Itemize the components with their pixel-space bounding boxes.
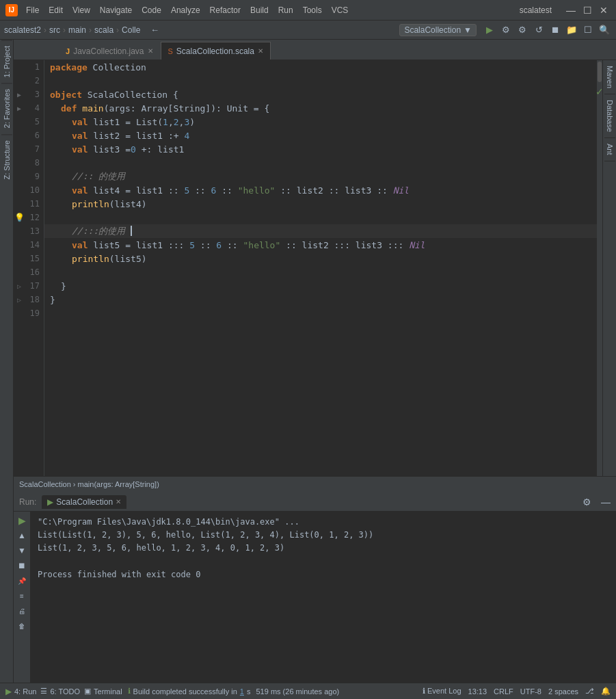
maven-panel[interactable]: Maven — [604, 60, 615, 94]
editor-container: J JavaCollection.java ✕ S ScalaCollectio… — [14, 40, 616, 683]
editor-breadcrumb: ScalaCollection › main(args: Array[Strin… — [14, 476, 616, 491]
breadcrumb-sep-2: › — [63, 25, 66, 35]
breadcrumb-colle[interactable]: Colle — [122, 25, 140, 35]
tab-java-close[interactable]: ✕ — [148, 47, 153, 55]
breadcrumb-main[interactable]: main — [68, 25, 86, 35]
right-panel: Maven Database Ant — [602, 60, 616, 476]
run-tab-icon: ▶ — [47, 497, 53, 507]
layout-button[interactable]: ☐ — [580, 23, 595, 38]
file-manager-button[interactable]: 📁 — [564, 23, 579, 38]
breadcrumb-sep-4: › — [116, 25, 119, 35]
stop-run-button[interactable]: ⏹ — [16, 559, 28, 572]
breadcrumb-scala[interactable]: scala — [94, 25, 113, 35]
status-encoding[interactable]: UTF-8 — [520, 687, 541, 696]
code-line-1: package Collection — [44, 60, 597, 74]
scroll-thumb[interactable] — [598, 62, 602, 82]
wrap-output-button[interactable]: ≡ — [16, 590, 28, 602]
output-line-1: "C:\Program Files\Java\jdk1.8.0_144\bin\… — [38, 516, 609, 529]
debug-button[interactable]: ⚙ — [515, 23, 530, 38]
breadcrumb-project[interactable]: scalatest2 — [4, 25, 41, 35]
tab-java-label: JavaCollection.java — [73, 47, 144, 56]
tab-java-collection[interactable]: J JavaCollection.java ✕ — [58, 42, 161, 60]
menu-refactor[interactable]: Refactor — [206, 4, 245, 16]
breadcrumb: scalatest2 › src › main › scala › Colle — [4, 25, 140, 35]
minimize-button[interactable]: — — [564, 3, 578, 17]
reload-button[interactable]: ↺ — [531, 23, 546, 38]
run-tab-label: ScalaCollection — [56, 497, 113, 507]
clear-output-button[interactable]: 🗑 — [16, 620, 28, 632]
breadcrumb-src[interactable]: src — [49, 25, 60, 35]
build-time-link[interactable]: 1 — [240, 687, 244, 696]
fold-marker-17[interactable]: ▷ — [15, 282, 23, 290]
line-8: 8 — [14, 156, 44, 170]
window-controls[interactable]: — ☐ ✕ — [564, 3, 611, 17]
status-left: ▶ 4: Run ☰ 6: TODO ▣ Terminal — [5, 687, 122, 696]
menu-code[interactable]: Code — [137, 4, 165, 16]
menu-run[interactable]: Run — [274, 4, 297, 16]
bulb-marker-12[interactable]: 💡 — [15, 213, 23, 222]
menu-build[interactable]: Build — [246, 4, 273, 16]
line-15: 15 — [14, 252, 44, 265]
menu-view[interactable]: View — [68, 4, 94, 16]
sidebar-item-structure[interactable]: Z: Structure — [1, 134, 12, 185]
menu-bar[interactable]: File Edit View Navigate Code Analyze Ref… — [22, 4, 352, 16]
code-line-16 — [44, 265, 597, 279]
stop-button[interactable]: ⏹ — [548, 23, 563, 38]
fold-marker-3[interactable]: ▶ — [15, 90, 23, 98]
maximize-button[interactable]: ☐ — [580, 3, 594, 17]
run-toolbar: ▶ ▲ ▼ ⏹ 📌 ≡ 🖨 🗑 — [14, 512, 31, 683]
output-line-5: Process finished with exit code 0 — [38, 568, 609, 581]
status-indent[interactable]: 2 spaces — [548, 687, 578, 696]
back-button[interactable]: ← — [147, 23, 162, 38]
run-settings-button[interactable]: ⚙ — [582, 497, 591, 507]
menu-navigate[interactable]: Navigate — [96, 4, 136, 16]
code-line-19 — [44, 306, 597, 320]
menu-file[interactable]: File — [22, 4, 43, 16]
close-button[interactable]: ✕ — [597, 3, 611, 17]
run-tab-close[interactable]: ✕ — [116, 498, 121, 505]
event-log-label: Event Log — [427, 687, 461, 695]
status-terminal-button[interactable]: ▣ Terminal — [84, 687, 122, 696]
fold-marker-18[interactable]: ▷ — [15, 295, 23, 304]
event-log-button[interactable]: ℹ Event Log — [423, 687, 461, 696]
tabs-bar: J JavaCollection.java ✕ S ScalaCollectio… — [14, 40, 616, 60]
build-button[interactable]: ⚙ — [498, 23, 513, 38]
print-button[interactable]: 🖨 — [16, 605, 28, 617]
menu-tools[interactable]: Tools — [299, 4, 326, 16]
tab-scala-collection[interactable]: S ScalaCollection.scala ✕ — [161, 42, 271, 60]
validation-checkmark: ✓ — [595, 86, 604, 97]
output-line-2: List(List(1, 2, 3), 5, 6, hello, List(1,… — [38, 529, 609, 542]
editor-main: 1 2 ▶ 3 ▶ 4 5 6 7 8 9 10 11 💡 — [14, 60, 616, 476]
run-minimize-button[interactable]: — — [601, 497, 611, 507]
tab-scala-close[interactable]: ✕ — [258, 47, 263, 55]
sidebar-item-favorites[interactable]: 2: Favorites — [1, 83, 12, 133]
status-right: ℹ Event Log 13:13 CRLF UTF-8 2 spaces ⎇ … — [423, 687, 611, 696]
database-panel[interactable]: Database — [604, 94, 615, 138]
nav-action-icons: ▶ ⚙ ⚙ ↺ ⏹ 📁 ☐ 🔍 — [482, 23, 612, 38]
status-todo-button[interactable]: ☰ 6: TODO — [40, 687, 80, 696]
success-icon: ℹ — [128, 687, 131, 696]
rerun-button[interactable]: ▶ — [16, 514, 28, 527]
sidebar-item-project[interactable]: 1: Project — [1, 40, 12, 83]
code-editor[interactable]: package Collection object ScalaCollectio… — [44, 60, 597, 476]
breadcrumb-class[interactable]: ScalaCollection › main(args: Array[Strin… — [19, 480, 159, 488]
search-everywhere-button[interactable]: 🔍 — [597, 23, 612, 38]
run-configuration[interactable]: ScalaCollection ▼ — [399, 24, 477, 36]
line-4: ▶ 4 — [14, 101, 44, 115]
scroll-down-button[interactable]: ▼ — [16, 544, 28, 557]
menu-vcs[interactable]: VCS — [327, 4, 353, 16]
run-button[interactable]: ▶ — [482, 23, 497, 38]
run-content: ▶ ▲ ▼ ⏹ 📌 ≡ 🖨 🗑 "C:\Program Files\Java\j… — [14, 512, 616, 683]
scroll-up-button[interactable]: ▲ — [16, 529, 28, 542]
status-run-button[interactable]: ▶ 4: Run — [5, 687, 36, 696]
menu-analyze[interactable]: Analyze — [167, 4, 204, 16]
menu-edit[interactable]: Edit — [44, 4, 67, 16]
fold-marker-4[interactable]: ▶ — [15, 104, 23, 112]
ant-panel[interactable]: Ant — [604, 138, 615, 161]
code-line-6: val list2 = list1 :+ 4 — [44, 129, 597, 142]
run-tab-scala[interactable]: ▶ ScalaCollection ✕ — [42, 495, 126, 509]
status-line-ending[interactable]: CRLF — [494, 687, 513, 696]
pin-tab-button[interactable]: 📌 — [16, 575, 28, 587]
editor-scrollbar[interactable]: ✓ — [597, 60, 602, 476]
run-output-area: "C:\Program Files\Java\jdk1.8.0_144\bin\… — [31, 512, 616, 683]
